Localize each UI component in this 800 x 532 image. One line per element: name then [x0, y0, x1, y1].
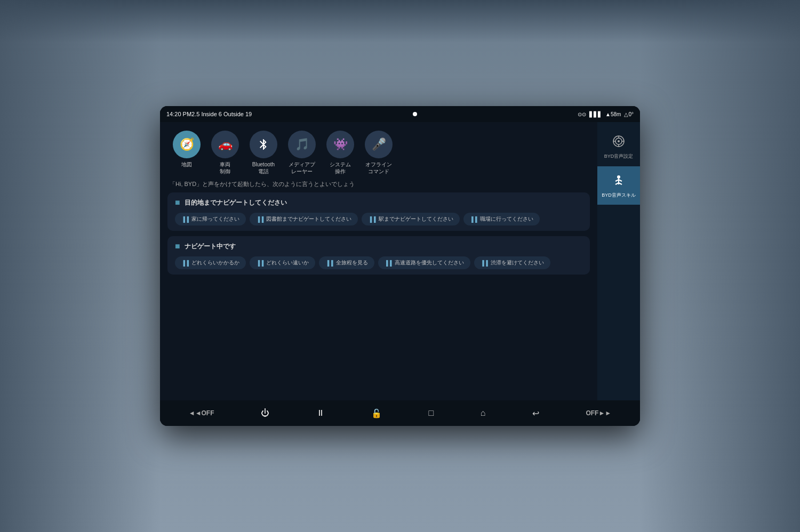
back-icon: ↩ [532, 408, 539, 418]
sidebar-skill-icon [611, 173, 626, 190]
system-label: システム操作 [330, 161, 351, 175]
chip-station[interactable]: ▐▐ 駅までナビゲートしてください [362, 213, 459, 225]
sidebar-skill-label: BYD音声スキル [602, 192, 636, 199]
main-area: 🧭 地図 🚗 車両制御 Bluetooth電話 [160, 122, 640, 400]
card-navigating: ■ ナビゲート中です ▐▐ どれくらいかかるか ▐▐ どれくらい遠いか [167, 236, 590, 275]
offline-label: オフラインコマンド [365, 161, 392, 175]
app-icon-media[interactable]: 🎵 メディアプレーヤー [288, 131, 316, 175]
range-icon: ▲58m [605, 111, 621, 117]
chip-sound-icon-9: ▐▐ [481, 260, 488, 266]
home-button[interactable]: ⌂ [476, 406, 490, 420]
status-icons: ⊙⊙ [578, 111, 586, 117]
map-icon-circle: 🧭 [173, 131, 201, 158]
chip-sound-icon-3: ▐▐ [368, 216, 375, 222]
power-button[interactable]: ⏻ [257, 406, 274, 420]
chips-navigation: ▐▐ 家に帰ってください ▐▐ 図書館までナビゲートしてください ▐▐ 駅までナ… [175, 213, 582, 225]
bluetooth-icon-circle [250, 131, 277, 158]
screen-bezel: 14:20 PM2.5 Inside 6 Outside 19 ⊙⊙ ▋▋▋ ▲… [160, 106, 640, 426]
pause-button[interactable]: ⏸ [312, 406, 329, 420]
bluetooth-label: Bluetooth電話 [252, 161, 275, 175]
chip-avoid-traffic[interactable]: ▐▐ 渋滞を避けてください [474, 256, 550, 269]
map-label: 地図 [181, 161, 192, 168]
back-button[interactable]: ↩ [528, 406, 543, 421]
media-icon-circle: 🎵 [288, 131, 316, 158]
right-sidebar: BYD音声設定 BYD音声スキル [597, 122, 640, 400]
chip-library[interactable]: ▐▐ 図書館までナビゲートしてください [250, 213, 358, 225]
status-time-info: 14:20 PM2.5 Inside 6 Outside 19 [166, 111, 252, 117]
car-icon-circle: 🚗 [211, 131, 239, 158]
chip-how-far[interactable]: ▐▐ どれくらい遠いか [250, 256, 315, 269]
chip-sound-icon: ▐▐ [181, 216, 189, 222]
pause-icon: ⏸ [316, 408, 325, 418]
chip-home[interactable]: ▐▐ 家に帰ってください [175, 213, 246, 225]
car-label: 車両制御 [220, 161, 230, 175]
card-navigating-title: ■ ナビゲート中です [175, 241, 582, 251]
lock-icon: 🔓 [371, 408, 382, 418]
center-content: 🧭 地図 🚗 車両制御 Bluetooth電話 [160, 122, 597, 400]
card-navigation: ■ 目的地までナビゲートしてください ▐▐ 家に帰ってください ▐▐ 図書館まで… [167, 192, 590, 231]
square-button[interactable]: □ [425, 406, 438, 420]
sidebar-audio-label: BYD音声設定 [604, 154, 634, 160]
status-bar: 14:20 PM2.5 Inside 6 Outside 19 ⊙⊙ ▋▋▋ ▲… [160, 106, 640, 122]
system-icon-circle: 👾 [326, 131, 354, 158]
chip-office[interactable]: ▐▐ 職場に行ってください [463, 213, 540, 225]
chips-navigating: ▐▐ どれくらいかかるか ▐▐ どれくらい遠いか ▐▐ 全旅程を見る ▐▐ [175, 256, 582, 269]
square-icon: □ [429, 408, 434, 418]
svg-point-2 [618, 140, 620, 142]
chip-sound-icon-6: ▐▐ [256, 260, 263, 266]
chip-sound-icon-4: ▐▐ [470, 216, 477, 222]
app-icon-car-control[interactable]: 🚗 車両制御 [211, 131, 239, 175]
app-icon-system[interactable]: 👾 システム操作 [326, 131, 354, 175]
off-left-button[interactable]: ◄◄OFF [185, 407, 219, 419]
chip-sound-icon-8: ▐▐ [385, 260, 392, 266]
off-right-label: OFF►► [586, 409, 611, 417]
chip-sound-icon-7: ▐▐ [325, 260, 333, 266]
sidebar-item-byd-skill[interactable]: BYD音声スキル [597, 166, 640, 205]
svg-point-7 [617, 175, 620, 179]
signal-icon: ▋▋▋ [589, 111, 602, 117]
notification-dot [413, 112, 417, 116]
sidebar-item-byd-audio[interactable]: BYD音声設定 [597, 127, 640, 166]
app-icon-offline[interactable]: 🎤 オフラインコマンド [365, 131, 393, 175]
status-right: ⊙⊙ ▋▋▋ ▲58m △0° [578, 111, 634, 117]
off-right-button[interactable]: OFF►► [581, 407, 615, 419]
app-icons-row: 🧭 地図 🚗 車両制御 Bluetooth電話 [167, 127, 590, 180]
media-label: メディアプレーヤー [289, 161, 315, 175]
chip-how-long[interactable]: ▐▐ どれくらいかかるか [175, 256, 246, 269]
temp-icon: △0° [624, 111, 634, 117]
app-icon-map[interactable]: 🧭 地図 [173, 131, 201, 175]
chip-sound-icon-5: ▐▐ [181, 260, 189, 266]
chip-sound-icon-2: ▐▐ [256, 216, 263, 222]
offline-icon-circle: 🎤 [365, 131, 393, 158]
app-icon-bluetooth[interactable]: Bluetooth電話 [250, 131, 277, 175]
card-navigation-title: ■ 目的地までナビゲートしてください [175, 198, 582, 207]
bottom-bar: ◄◄OFF ⏻ ⏸ 🔓 □ ⌂ ↩ OFF►► [160, 400, 640, 426]
chip-highway[interactable]: ▐▐ 高速道路を優先してください [378, 256, 470, 269]
lock-button[interactable]: 🔓 [367, 406, 386, 421]
intro-text: 「Hi, BYD」と声をかけて起動したら、次のように言うとよいでしょう [167, 180, 590, 188]
screen: 14:20 PM2.5 Inside 6 Outside 19 ⊙⊙ ▋▋▋ ▲… [160, 106, 640, 426]
status-left: 14:20 PM2.5 Inside 6 Outside 19 [166, 111, 252, 117]
power-icon: ⏻ [261, 408, 269, 418]
off-left-label: ◄◄OFF [189, 409, 214, 417]
sidebar-audio-icon [611, 134, 626, 151]
chip-full-route[interactable]: ▐▐ 全旅程を見る [319, 256, 374, 269]
home-icon: ⌂ [481, 408, 486, 418]
